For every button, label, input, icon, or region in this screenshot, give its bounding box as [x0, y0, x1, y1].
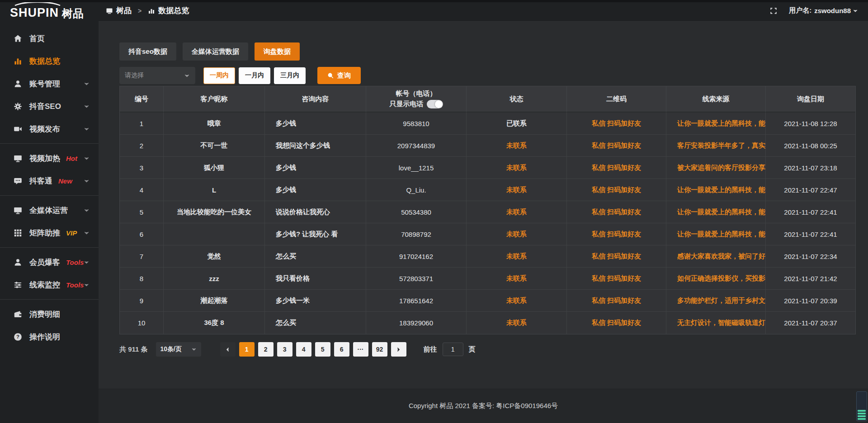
- page-button-5[interactable]: 5: [315, 342, 330, 357]
- range-week-button[interactable]: 一周内: [203, 67, 235, 84]
- breadcrumb-current: 数据总览: [158, 5, 189, 16]
- cell-date: 2021-11-07 20:39: [766, 290, 855, 312]
- logo-text-cn: 树品: [62, 8, 84, 19]
- chevron-down-icon: [84, 103, 90, 109]
- total-count-label: 共 911 条: [119, 345, 148, 354]
- phone-only-toggle[interactable]: [427, 100, 443, 108]
- page-button-3[interactable]: 3: [277, 342, 292, 357]
- chevron-left-icon: [225, 347, 230, 352]
- sidebar-item-label: 抖音SEO: [29, 101, 61, 112]
- cell-account: 50534380: [366, 201, 467, 223]
- tab-inquiry-data[interactable]: 询盘数据: [255, 42, 300, 61]
- chevron-down-icon[interactable]: [853, 8, 858, 14]
- username[interactable]: zswodun88: [814, 7, 851, 14]
- chevron-down-icon: [84, 178, 90, 184]
- sidebar-divider: [0, 143, 99, 144]
- sidebar-item-video-publish[interactable]: 视频发布: [0, 118, 99, 140]
- range-month-button[interactable]: 一月内: [239, 67, 270, 84]
- range-quarter-button[interactable]: 三月内: [274, 67, 306, 84]
- chat-icon: [14, 177, 22, 185]
- cell-status: 未联系: [467, 201, 567, 223]
- sidebar-badge: Tools: [66, 258, 84, 266]
- sidebar-item-label: 矩阵助推: [29, 228, 60, 238]
- cell-qrcode-link[interactable]: 私信 扫码加好友: [567, 201, 666, 223]
- sidebar-badge: Tools: [66, 281, 84, 289]
- cell-qrcode-link[interactable]: 私信 扫码加好友: [567, 268, 666, 290]
- table-row: 9潮起潮落多少钱一米178651642未联系私信 扫码加好友多功能护栏灯，适用于…: [120, 290, 855, 312]
- cell-content: 说说价格让我死心: [265, 201, 366, 223]
- sidebar-item-operation-guide[interactable]: ?操作说明: [0, 325, 99, 348]
- column-header-qrcode: 二维码: [567, 86, 666, 113]
- cell-source-link[interactable]: 让你一眼就爱上的黑科技，能...: [666, 179, 766, 201]
- table-row: 1036度 8怎么买183929060未联系私信 扫码加好友无主灯设计，智能磁吸…: [120, 312, 855, 334]
- chevron-down-icon: [84, 282, 90, 288]
- cell-no: 2: [120, 135, 164, 157]
- tab-omnimedia-data[interactable]: 全媒体运营数据: [183, 42, 248, 61]
- cell-qrcode-link[interactable]: 私信 扫码加好友: [567, 245, 666, 268]
- breadcrumb-root[interactable]: 树品: [116, 5, 132, 16]
- cell-source-link[interactable]: 如何正确选择投影仪，买投影...: [666, 268, 766, 290]
- column-header-account: 帐号（电话） 只显示电话: [366, 86, 467, 113]
- page-button-1[interactable]: 1: [239, 342, 255, 357]
- fullscreen-icon[interactable]: [770, 7, 777, 14]
- page-button-···[interactable]: ···: [353, 342, 368, 357]
- sidebar-item-clue-monitor[interactable]: 线索监控Tools: [0, 273, 99, 296]
- page-button-6[interactable]: 6: [334, 342, 349, 357]
- sidebar-item-douketong[interactable]: 抖客通New: [0, 169, 99, 192]
- cell-source-link[interactable]: 让你一眼就爱上的黑科技，能...: [666, 223, 766, 245]
- cell-qrcode-link[interactable]: 私信 扫码加好友: [567, 157, 666, 179]
- cell-qrcode-link[interactable]: 私信 扫码加好友: [567, 135, 666, 157]
- sidebar-item-home[interactable]: 首页: [0, 27, 99, 50]
- cell-qrcode-link[interactable]: 私信 扫码加好友: [567, 312, 666, 334]
- sidebar-item-douyin-seo[interactable]: 抖音SEO: [0, 95, 99, 118]
- cell-account: 2097344839: [366, 135, 467, 157]
- sidebar-item-account-management[interactable]: 账号管理: [0, 72, 99, 95]
- page-button-92[interactable]: 92: [372, 342, 387, 357]
- cell-source-link[interactable]: 客厅安装投影半年多了，真实...: [666, 135, 766, 157]
- cell-source-link[interactable]: 多功能护栏灯，适用于乡村文...: [666, 290, 766, 312]
- sidebar-item-video-heating[interactable]: 视频加热Hot: [0, 147, 99, 169]
- sidebar-item-member-baoke[interactable]: 会员爆客Tools: [0, 251, 99, 273]
- sidebar-item-matrix-boost[interactable]: 矩阵助推VIP: [0, 221, 99, 244]
- goto-page-input[interactable]: [443, 343, 463, 356]
- bar-chart-icon: [148, 7, 155, 14]
- question-icon: ?: [14, 333, 22, 341]
- tab-douyin-seo-data[interactable]: 抖音seo数据: [119, 42, 176, 61]
- select-placeholder: 请选择: [125, 71, 144, 80]
- page-button-2[interactable]: 2: [258, 342, 274, 357]
- cell-nickname: zzz: [164, 268, 265, 290]
- sidebar-item-omnimedia-operation[interactable]: 全媒体运营: [0, 199, 99, 221]
- cell-qrcode-link[interactable]: 私信 扫码加好友: [567, 179, 666, 201]
- page-button-4[interactable]: 4: [296, 342, 311, 357]
- app-window: SHUPIN 树品 首页数据总览账号管理抖音SEO视频发布视频加热Hot抖客通N…: [0, 0, 868, 423]
- user-area: 用户名: zswodun88: [770, 6, 858, 15]
- cell-source-link[interactable]: 感谢大家喜欢我家，被问了好...: [666, 245, 766, 268]
- cell-qrcode-link[interactable]: 私信 扫码加好友: [567, 113, 666, 135]
- account-select[interactable]: 请选择: [119, 67, 195, 84]
- page-size-select[interactable]: 10条/页: [156, 342, 201, 357]
- sidebar-item-consumption-detail[interactable]: 消费明细: [0, 303, 99, 325]
- cell-qrcode-link[interactable]: 私信 扫码加好友: [567, 223, 666, 245]
- page-size-value: 10条/页: [160, 345, 182, 353]
- cell-source-link[interactable]: 让你一眼就爱上的黑科技，能...: [666, 201, 766, 223]
- cell-status: 已联系: [467, 113, 567, 135]
- phone-only-row: 只显示电话: [390, 100, 443, 108]
- next-page-button[interactable]: [391, 342, 406, 357]
- cell-source-link[interactable]: 无主灯设计，智能磁吸轨道灯...: [666, 312, 766, 334]
- cell-nickname: 当地比较能吃的一位美女: [164, 201, 265, 223]
- prev-page-button[interactable]: [220, 342, 236, 357]
- sidebar-item-data-overview[interactable]: 数据总览: [0, 50, 99, 72]
- toggle-knob: [435, 100, 443, 108]
- cell-qrcode-link[interactable]: 私信 扫码加好友: [567, 290, 666, 312]
- corner-widget[interactable]: [856, 391, 867, 421]
- cell-source-link[interactable]: 让你一眼就爱上的黑科技，能...: [666, 113, 766, 135]
- column-header-source: 线索来源: [666, 86, 766, 113]
- sidebar-item-label: 操作说明: [29, 332, 60, 342]
- footer: Copyright 树品 2021 备案号: 粤ICP备09019646号: [99, 389, 868, 423]
- cell-status: 未联系: [467, 179, 567, 201]
- sidebar-divider: [0, 247, 99, 248]
- date-range-group: 一周内 一月内 三月内: [203, 67, 306, 84]
- chevron-down-icon: [84, 259, 90, 265]
- query-button[interactable]: 查询: [317, 67, 361, 84]
- cell-source-link[interactable]: 被大家追着问的客厅投影分享...: [666, 157, 766, 179]
